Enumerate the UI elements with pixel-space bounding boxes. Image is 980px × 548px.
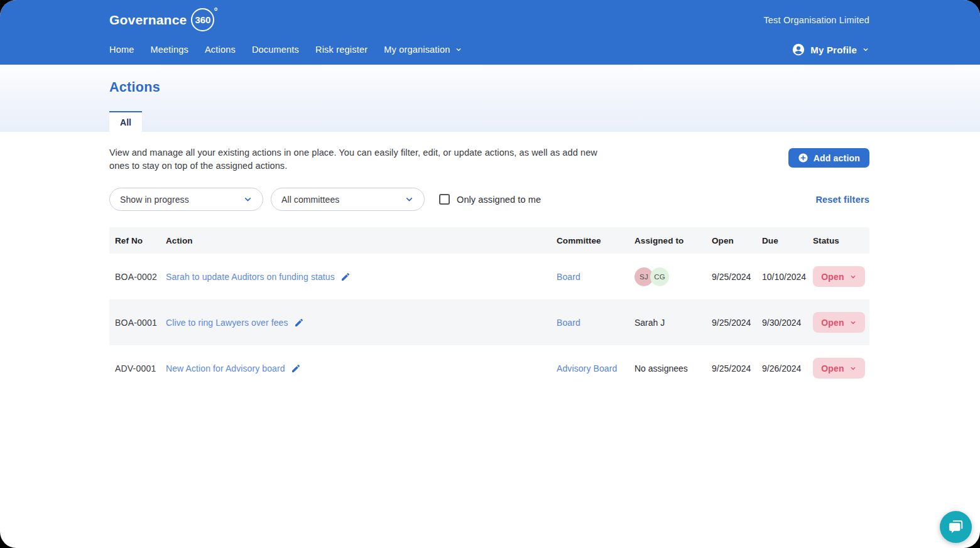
action-link[interactable]: Sarah to update Auditors on funding stat… [166,272,335,282]
committee-cell: Board [557,271,634,282]
chevron-down-icon [849,319,857,326]
plus-circle-icon [798,153,808,163]
logo-degree-mark: ° [214,6,217,16]
pencil-edit-icon[interactable] [291,363,301,373]
chevron-down-icon [405,195,414,204]
nav-item-meetings[interactable]: Meetings [150,45,188,55]
action-cell: Sarah to update Auditors on funding stat… [166,272,557,282]
open-date-cell: 9/25/2024 [712,363,762,373]
chevron-down-icon [243,195,253,204]
status-badge[interactable]: Open [813,312,865,333]
column-header-ref-no: Ref No [115,236,166,245]
status-label: Open [821,318,844,328]
status-cell: Open [813,266,869,287]
only-assigned-checkbox[interactable] [439,194,450,205]
profile-label: My Profile [810,45,857,55]
status-filter-select[interactable]: Show in progress [109,188,263,211]
column-header-assigned-to: Assigned to [634,236,712,245]
committee-link[interactable]: Board [557,318,580,328]
pencil-edit-icon[interactable] [340,272,351,282]
chevron-down-icon [849,365,857,372]
organisation-name: Test Organisation Limited [763,15,869,25]
reset-filters-link[interactable]: Reset filters [815,195,869,205]
column-header-due: Due [762,236,813,245]
column-header-open: Open [712,236,762,245]
assigned-text: Sarah J [634,318,665,328]
committee-filter-value: All committees [281,195,339,205]
open-date-cell: 9/25/2024 [712,272,762,282]
action-cell: Clive to ring Lawyers over fees [166,318,557,328]
table-row: BOA-0002Sarah to update Auditors on fund… [109,254,869,299]
nav-item-label: My organisation [384,45,450,55]
status-filter-value: Show in progress [120,195,189,205]
status-label: Open [821,272,844,282]
pencil-edit-icon[interactable] [294,318,304,328]
page-hero: Actions All [0,65,980,132]
status-badge[interactable]: Open [813,358,865,379]
status-cell: Open [813,358,869,379]
assigned-to-cell: SJCG [634,267,712,286]
assigned-to-cell: Sarah J [634,318,712,328]
person-circle-icon [792,43,805,56]
committee-cell: Advisory Board [557,363,634,374]
app-page: Governance 360 ° Test Organisation Limit… [0,0,980,548]
chevron-down-icon [862,46,869,53]
ref-no-cell: BOA-0001 [115,318,166,328]
action-link[interactable]: Clive to ring Lawyers over fees [166,318,288,328]
table-header-row: Ref No Action Committee Assigned to Open… [109,227,869,254]
header-nav-row: Home Meetings Actions Documents Risk reg… [109,43,869,56]
due-date-cell: 9/26/2024 [762,363,813,373]
page-title: Actions [109,65,869,95]
page-description: View and manage all your existing action… [109,146,612,173]
governance-360-logo[interactable]: Governance 360 ° [109,8,214,31]
column-header-committee: Committee [557,236,634,245]
assignee-avatar: CG [650,267,669,286]
my-profile-menu[interactable]: My Profile [792,43,869,56]
chevron-down-icon [455,46,462,53]
add-action-label: Add action [814,153,860,163]
column-header-status: Status [813,236,869,245]
nav-item-my-organisation[interactable]: My organisation [384,45,462,55]
ref-no-cell: ADV-0001 [115,363,166,373]
assigned-text: No assignees [634,363,688,373]
open-date-cell: 9/25/2024 [712,318,762,328]
status-badge[interactable]: Open [813,266,865,287]
header-top-row: Governance 360 ° Test Organisation Limit… [109,8,869,31]
due-date-cell: 10/10/2024 [762,272,813,282]
status-cell: Open [813,312,869,333]
due-date-cell: 9/30/2024 [762,318,813,328]
app-header: Governance 360 ° Test Organisation Limit… [0,0,980,65]
committee-link[interactable]: Board [557,272,580,282]
assigned-to-cell: No assignees [634,363,712,373]
intro-row: View and manage all your existing action… [109,146,869,173]
table-body: BOA-0002Sarah to update Auditors on fund… [109,254,869,391]
add-action-button[interactable]: Add action [788,148,869,168]
table-row: BOA-0001Clive to ring Lawyers over feesB… [109,299,869,345]
speech-bubbles-icon [947,518,964,535]
tab-all[interactable]: All [109,111,142,132]
chevron-down-icon [849,273,857,281]
only-assigned-label: Only assigned to me [457,195,541,205]
committee-link[interactable]: Advisory Board [557,363,617,373]
status-label: Open [821,363,844,373]
nav-item-documents[interactable]: Documents [252,45,299,55]
main-content: View and manage all your existing action… [0,132,980,391]
committee-cell: Board [557,317,634,328]
logo-text: Governance [109,13,187,28]
action-cell: New Action for Advisory board [166,363,557,373]
logo-badge: 360 ° [191,8,214,31]
filters-row: Show in progress All committees Only ass… [109,188,869,211]
ref-no-cell: BOA-0002 [115,272,166,282]
action-link[interactable]: New Action for Advisory board [166,363,285,373]
nav-item-actions[interactable]: Actions [205,45,236,55]
chat-launcher-button[interactable] [940,511,972,543]
actions-table: Ref No Action Committee Assigned to Open… [109,227,869,391]
main-nav: Home Meetings Actions Documents Risk reg… [109,45,462,55]
nav-item-home[interactable]: Home [109,45,134,55]
only-assigned-group: Only assigned to me [439,194,541,205]
committee-filter-select[interactable]: All committees [271,188,425,211]
nav-item-risk-register[interactable]: Risk register [315,45,368,55]
column-header-action: Action [166,236,557,245]
table-row: ADV-0001New Action for Advisory boardAdv… [109,345,869,391]
